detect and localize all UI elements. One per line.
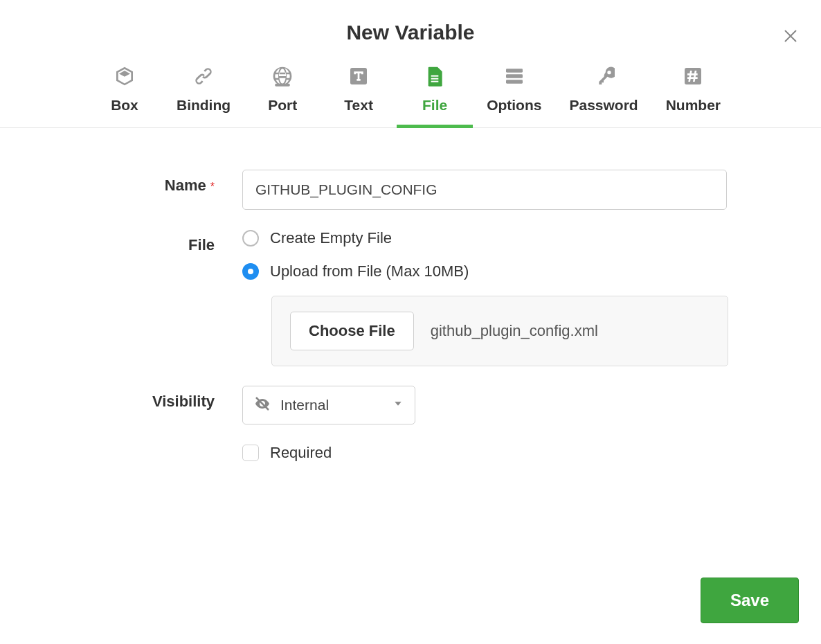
required-asterisk: * [210,181,215,193]
options-icon [503,65,525,87]
visibility-value: Internal [280,397,383,413]
key-icon [593,65,615,87]
radio-create-empty[interactable]: Create Empty File [242,229,738,247]
hash-icon [682,65,704,87]
tab-port[interactable]: Port [244,58,321,127]
close-icon [782,28,799,47]
tab-label: Password [569,97,638,114]
radio-icon [242,263,259,280]
visibility-select[interactable]: Internal [242,386,415,424]
svg-rect-5 [506,69,523,72]
name-label: Name [165,177,206,194]
tab-label: Box [111,97,138,114]
radio-icon [242,230,259,247]
svg-rect-7 [506,80,523,83]
tab-number[interactable]: Number [652,58,734,127]
file-icon [424,65,446,87]
link-icon [192,65,215,87]
tab-label: Port [268,97,297,114]
close-button[interactable] [779,26,802,48]
tab-label: Options [487,97,541,114]
visibility-label: Visibility [152,393,215,410]
required-checkbox[interactable] [242,445,259,461]
svg-rect-0 [275,84,289,87]
svg-rect-8 [685,68,701,84]
radio-label: Upload from File (Max 10MB) [270,262,469,280]
tab-password[interactable]: Password [555,58,651,127]
tab-label: Number [666,97,721,114]
tab-label: File [422,97,447,114]
file-label: File [188,236,215,253]
uploaded-file-name: github_plugin_config.xml [431,322,598,340]
caret-down-icon [393,398,404,412]
required-checkbox-label: Required [270,444,332,462]
eye-off-icon [254,395,271,415]
name-input[interactable] [242,170,727,210]
box-icon [114,65,136,87]
radio-label: Create Empty File [270,229,392,247]
dialog-title: New Variable [0,21,821,44]
tab-options[interactable]: Options [473,58,555,127]
radio-upload-file[interactable]: Upload from File (Max 10MB) [242,262,738,280]
tab-file[interactable]: File [397,58,473,127]
save-button[interactable]: Save [701,578,799,623]
variable-type-tabs: Box Binding Port Text File [0,58,821,128]
svg-rect-3 [431,78,439,80]
choose-file-button[interactable]: Choose File [290,312,414,350]
svg-rect-6 [506,74,523,78]
file-upload-box: Choose File github_plugin_config.xml [271,296,728,366]
tab-label: Text [344,97,373,114]
text-icon [348,65,370,87]
globe-icon [271,65,294,87]
tab-label: Binding [177,97,231,114]
tab-binding[interactable]: Binding [163,58,244,127]
tab-box[interactable]: Box [87,58,163,127]
tab-text[interactable]: Text [321,58,397,127]
svg-rect-4 [431,81,439,82]
svg-rect-2 [431,75,439,77]
